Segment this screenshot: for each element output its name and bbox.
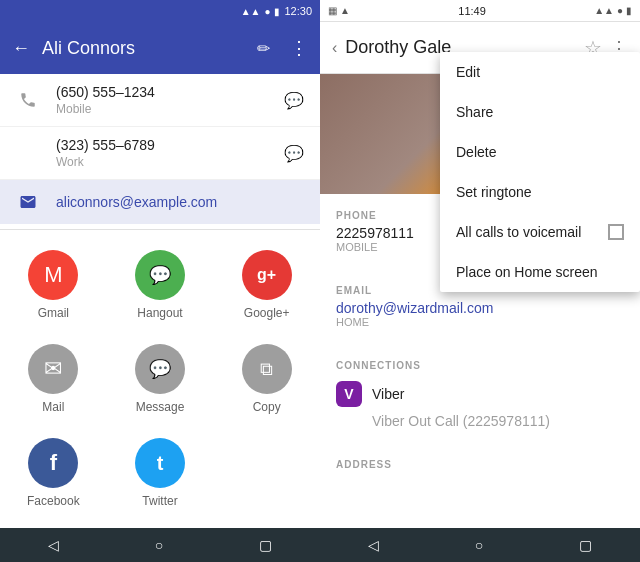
share-label-twitter: Twitter — [142, 494, 177, 508]
dropdown-ringtone[interactable]: Set ringtone — [440, 172, 640, 212]
recents-nav-left[interactable]: ▢ — [253, 531, 278, 559]
share-label-mail: Mail — [42, 400, 64, 414]
contact-name-left: Ali Connors — [42, 38, 245, 59]
dropdown-delete[interactable]: Delete — [440, 132, 640, 172]
share-label-copy: Copy — [253, 400, 281, 414]
email-value: dorothy@wizardmail.com — [336, 300, 624, 316]
back-button-right[interactable]: ‹ — [332, 39, 337, 57]
phone-row-2: (323) 555–6789 Work 💬 — [0, 127, 320, 180]
phone-row-1: (650) 555–1234 Mobile 💬 — [0, 74, 320, 127]
status-left-icons: ▦ ▲ — [328, 5, 350, 16]
share-label-gmail: Gmail — [38, 306, 69, 320]
share-grid: M Gmail 💬 Hangout g+ Google+ ✉ Mail 💬 Me… — [0, 230, 320, 528]
phone-number-2: (323) 555–6789 — [56, 137, 268, 153]
phone-content-2: (323) 555–6789 Work — [56, 137, 268, 169]
recents-nav-right[interactable]: ▢ — [573, 531, 598, 559]
share-label-message: Message — [136, 400, 185, 414]
left-panel: ▲▲ ● ▮ 12:30 ← Ali Connors ✏ ⋮ (650) 555… — [0, 0, 320, 562]
back-nav-left[interactable]: ◁ — [42, 531, 65, 559]
back-nav-right[interactable]: ◁ — [362, 531, 385, 559]
share-item-message[interactable]: 💬 Message — [107, 332, 214, 426]
home-nav-left[interactable]: ○ — [149, 531, 169, 559]
phone-number-1: (650) 555–1234 — [56, 84, 268, 100]
home-nav-right[interactable]: ○ — [469, 531, 489, 559]
edit-label: Edit — [456, 64, 480, 80]
signal-bars-right: ▲▲ — [594, 5, 614, 16]
home-screen-label: Place on Home screen — [456, 264, 598, 280]
share-label-googleplus: Google+ — [244, 306, 290, 320]
share-sheet: M Gmail 💬 Hangout g+ Google+ ✉ Mail 💬 Me… — [0, 229, 320, 528]
email-sub: HOME — [336, 316, 624, 328]
dropdown-edit[interactable]: Edit — [440, 52, 640, 92]
time-left: 12:30 — [284, 5, 312, 17]
phone-icon-1 — [16, 88, 40, 112]
hangout-icon: 💬 — [135, 250, 185, 300]
share-label: Share — [456, 104, 493, 120]
contact-header-left: ← Ali Connors ✏ ⋮ — [0, 22, 320, 74]
edit-button[interactable]: ✏ — [257, 39, 270, 58]
email-icon — [16, 190, 40, 214]
connections-label: CONNECTIONS — [336, 360, 624, 371]
phone-icon-2 — [16, 141, 40, 165]
message-icon: 💬 — [135, 344, 185, 394]
dropdown-share[interactable]: Share — [440, 92, 640, 132]
notification-icon: ▦ — [328, 5, 337, 16]
phone-type-1: Mobile — [56, 102, 268, 116]
googleplus-icon: g+ — [242, 250, 292, 300]
share-item-gmail[interactable]: M Gmail — [0, 238, 107, 332]
message-icon-2[interactable]: 💬 — [284, 144, 304, 163]
signal-icon-right: ▲ — [340, 5, 350, 16]
dropdown-home-screen[interactable]: Place on Home screen — [440, 252, 640, 292]
mail-icon: ✉ — [28, 344, 78, 394]
signal-icon: ▲▲ — [241, 6, 261, 17]
share-label-hangout: Hangout — [137, 306, 182, 320]
viber-name: Viber — [372, 386, 404, 402]
address-section: ADDRESS — [320, 443, 640, 482]
status-right-icons: ▲▲ ● ▮ — [594, 5, 632, 16]
address-label: ADDRESS — [336, 459, 624, 470]
share-item-twitter[interactable]: t Twitter — [107, 426, 214, 520]
battery-icon-right: ▮ — [626, 5, 632, 16]
copy-icon: ⧉ — [242, 344, 292, 394]
share-item-googleplus[interactable]: g+ Google+ — [213, 238, 320, 332]
ringtone-label: Set ringtone — [456, 184, 532, 200]
phone-content-1: (650) 555–1234 Mobile — [56, 84, 268, 116]
voicemail-checkbox[interactable] — [608, 224, 624, 240]
share-item-mail[interactable]: ✉ Mail — [0, 332, 107, 426]
email-address: aliconnors@example.com — [56, 194, 217, 210]
status-bar-right: ▦ ▲ 11:49 ▲▲ ● ▮ — [320, 0, 640, 22]
back-button-left[interactable]: ← — [12, 38, 30, 59]
share-item-empty — [213, 426, 320, 520]
viber-row: V Viber — [336, 375, 624, 413]
dropdown-menu: Edit Share Delete Set ringtone All calls… — [440, 52, 640, 292]
delete-label: Delete — [456, 144, 496, 160]
share-label-facebook: Facebook — [27, 494, 80, 508]
viber-icon: V — [336, 381, 362, 407]
voicemail-label: All calls to voicemail — [456, 224, 581, 240]
message-icon-1[interactable]: 💬 — [284, 91, 304, 110]
right-panel: ▦ ▲ 11:49 ▲▲ ● ▮ ‹ Dorothy Gale ☆ ⋮ PHON… — [320, 0, 640, 562]
facebook-icon: f — [28, 438, 78, 488]
nav-bar-right: ◁ ○ ▢ — [320, 528, 640, 562]
viber-call: Viber Out Call (2225978111) — [372, 413, 624, 435]
share-item-facebook[interactable]: f Facebook — [0, 426, 107, 520]
more-button-left[interactable]: ⋮ — [290, 37, 308, 59]
battery-icon: ▮ — [274, 6, 280, 17]
wifi-icon: ● — [264, 6, 270, 17]
connections-section: CONNECTIONS V Viber Viber Out Call (2225… — [320, 344, 640, 443]
share-item-hangout[interactable]: 💬 Hangout — [107, 238, 214, 332]
phone-type-2: Work — [56, 155, 268, 169]
status-bar-left: ▲▲ ● ▮ 12:30 — [0, 0, 320, 22]
share-item-copy[interactable]: ⧉ Copy — [213, 332, 320, 426]
dropdown-voicemail[interactable]: All calls to voicemail — [440, 212, 640, 252]
gmail-icon: M — [28, 250, 78, 300]
twitter-icon: t — [135, 438, 185, 488]
nav-bar-left: ◁ ○ ▢ — [0, 528, 320, 562]
wifi-icon-right: ● — [617, 5, 623, 16]
time-right: 11:49 — [458, 5, 486, 17]
email-row: aliconnors@example.com — [0, 180, 320, 224]
